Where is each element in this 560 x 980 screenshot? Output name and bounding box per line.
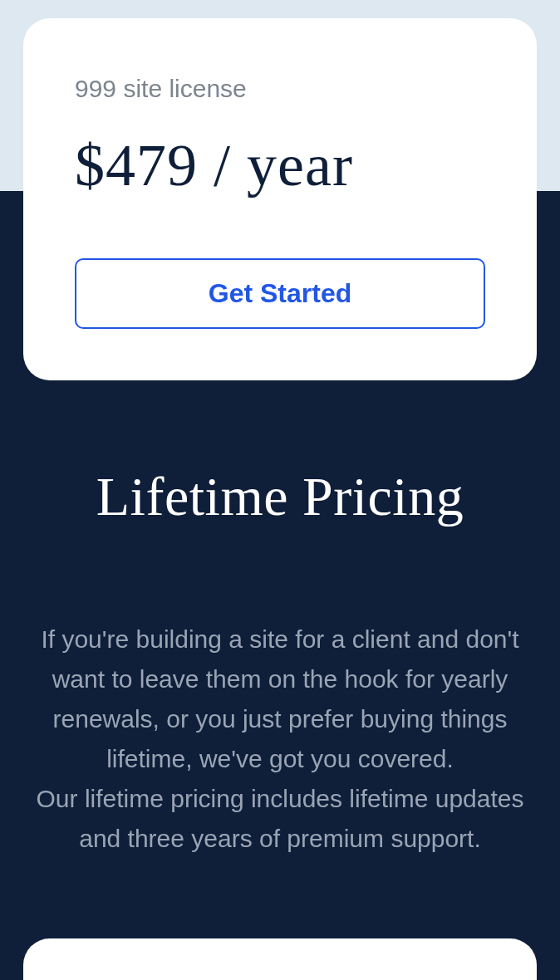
lifetime-section: Lifetime Pricing If you're building a si… [0,465,560,859]
price-value: $479 / year [75,131,485,200]
lifetime-body-paragraph-2: Our lifetime pricing includes lifetime u… [37,785,524,852]
lifetime-body-paragraph-1: If you're building a site for a client a… [41,625,518,772]
pricing-card: 999 site license $479 / year Get Started [23,18,537,380]
get-started-button[interactable]: Get Started [75,258,485,329]
lifetime-body: If you're building a site for a client a… [23,620,537,859]
next-card-peek [23,938,537,980]
lifetime-heading: Lifetime Pricing [23,465,537,528]
license-label: 999 site license [75,75,485,103]
